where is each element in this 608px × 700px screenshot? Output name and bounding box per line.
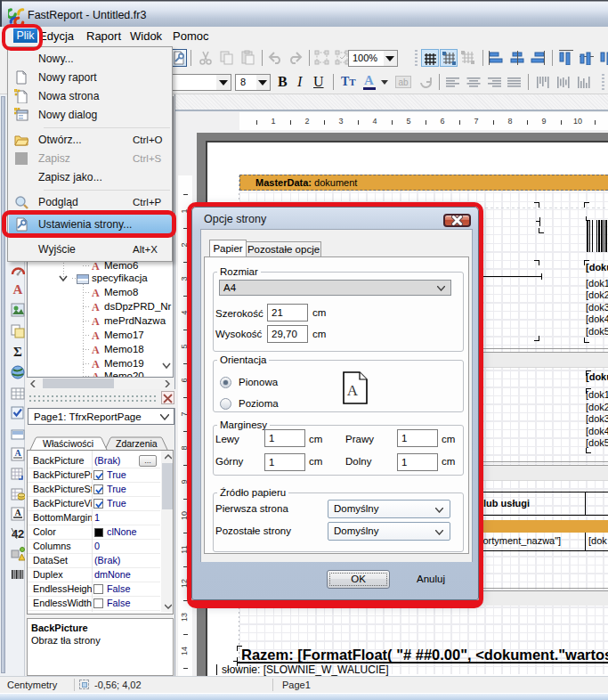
svg-text:A: A: [13, 282, 23, 297]
svg-text:Właściwości: Właściwości: [43, 438, 93, 449]
svg-text:A: A: [14, 508, 21, 517]
svg-text:Zdarzenia: Zdarzenia: [116, 438, 158, 449]
svg-text:2: 2: [18, 527, 24, 541]
svg-text:Σ: Σ: [13, 345, 22, 359]
svg-text:A: A: [14, 448, 21, 458]
